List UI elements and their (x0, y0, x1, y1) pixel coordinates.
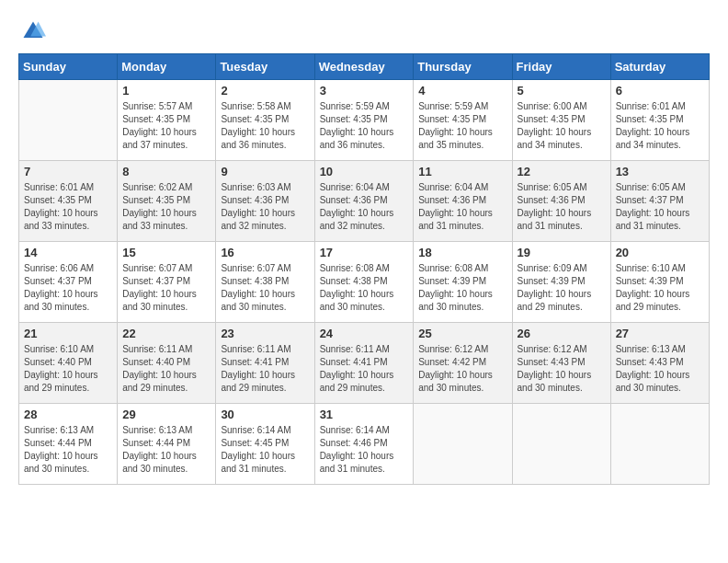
day-info: Sunrise: 6:13 AM Sunset: 4:43 PM Dayligh… (616, 343, 704, 395)
weekday-header-saturday: Saturday (610, 54, 709, 80)
day-number: 11 (418, 165, 506, 178)
page-header (18, 18, 710, 44)
calendar-cell: 24Sunrise: 6:11 AM Sunset: 4:41 PM Dayli… (314, 323, 414, 404)
calendar-cell: 30Sunrise: 6:14 AM Sunset: 4:45 PM Dayli… (216, 404, 314, 485)
weekday-header-friday: Friday (512, 54, 610, 80)
day-number: 20 (616, 246, 704, 259)
day-number: 14 (24, 246, 112, 259)
calendar-cell (512, 404, 610, 485)
day-number: 10 (320, 165, 409, 178)
day-number: 27 (616, 327, 704, 340)
day-info: Sunrise: 6:05 AM Sunset: 4:36 PM Dayligh… (518, 181, 606, 233)
calendar-cell: 27Sunrise: 6:13 AM Sunset: 4:43 PM Dayli… (610, 323, 709, 404)
calendar-cell: 28Sunrise: 6:13 AM Sunset: 4:44 PM Dayli… (19, 404, 118, 485)
calendar-header-row: SundayMondayTuesdayWednesdayThursdayFrid… (19, 54, 710, 80)
calendar-cell: 20Sunrise: 6:10 AM Sunset: 4:39 PM Dayli… (610, 242, 709, 323)
logo (18, 18, 50, 44)
day-info: Sunrise: 6:10 AM Sunset: 4:39 PM Dayligh… (616, 262, 704, 314)
calendar-cell: 6Sunrise: 6:01 AM Sunset: 4:35 PM Daylig… (610, 80, 709, 161)
weekday-header-wednesday: Wednesday (314, 54, 414, 80)
calendar-cell: 25Sunrise: 6:12 AM Sunset: 4:42 PM Dayli… (414, 323, 512, 404)
day-info: Sunrise: 6:13 AM Sunset: 4:44 PM Dayligh… (24, 424, 112, 476)
calendar-cell: 11Sunrise: 6:04 AM Sunset: 4:36 PM Dayli… (414, 161, 512, 242)
calendar-week-row: 7Sunrise: 6:01 AM Sunset: 4:35 PM Daylig… (19, 161, 710, 242)
calendar-cell (610, 404, 709, 485)
calendar-cell: 1Sunrise: 5:57 AM Sunset: 4:35 PM Daylig… (118, 80, 216, 161)
day-info: Sunrise: 6:04 AM Sunset: 4:36 PM Dayligh… (418, 181, 506, 233)
weekday-header-thursday: Thursday (414, 54, 512, 80)
day-number: 29 (122, 408, 210, 421)
day-number: 7 (24, 165, 112, 178)
calendar-cell: 29Sunrise: 6:13 AM Sunset: 4:44 PM Dayli… (118, 404, 216, 485)
calendar: SundayMondayTuesdayWednesdayThursdayFrid… (18, 53, 710, 485)
day-info: Sunrise: 5:57 AM Sunset: 4:35 PM Dayligh… (122, 100, 210, 152)
day-number: 12 (518, 165, 606, 178)
day-info: Sunrise: 6:04 AM Sunset: 4:36 PM Dayligh… (320, 181, 409, 233)
calendar-cell: 18Sunrise: 6:08 AM Sunset: 4:39 PM Dayli… (414, 242, 512, 323)
logo-icon (20, 18, 46, 44)
day-info: Sunrise: 6:07 AM Sunset: 4:38 PM Dayligh… (221, 262, 309, 314)
day-info: Sunrise: 6:11 AM Sunset: 4:41 PM Dayligh… (221, 343, 309, 395)
day-info: Sunrise: 6:01 AM Sunset: 4:35 PM Dayligh… (616, 100, 704, 152)
day-info: Sunrise: 6:07 AM Sunset: 4:37 PM Dayligh… (122, 262, 210, 314)
calendar-cell: 21Sunrise: 6:10 AM Sunset: 4:40 PM Dayli… (19, 323, 118, 404)
calendar-cell: 4Sunrise: 5:59 AM Sunset: 4:35 PM Daylig… (414, 80, 512, 161)
day-number: 5 (518, 84, 606, 98)
day-number: 3 (320, 84, 409, 98)
calendar-cell: 2Sunrise: 5:58 AM Sunset: 4:35 PM Daylig… (216, 80, 314, 161)
day-number: 30 (221, 408, 309, 421)
day-info: Sunrise: 6:11 AM Sunset: 4:40 PM Dayligh… (122, 343, 210, 395)
calendar-cell: 16Sunrise: 6:07 AM Sunset: 4:38 PM Dayli… (216, 242, 314, 323)
day-info: Sunrise: 6:00 AM Sunset: 4:35 PM Dayligh… (518, 100, 606, 152)
day-number: 16 (221, 246, 309, 259)
day-number: 24 (320, 327, 409, 340)
calendar-week-row: 21Sunrise: 6:10 AM Sunset: 4:40 PM Dayli… (19, 323, 710, 404)
day-number: 22 (122, 327, 210, 340)
calendar-cell: 14Sunrise: 6:06 AM Sunset: 4:37 PM Dayli… (19, 242, 118, 323)
day-info: Sunrise: 6:08 AM Sunset: 4:39 PM Dayligh… (418, 262, 506, 314)
calendar-cell: 31Sunrise: 6:14 AM Sunset: 4:46 PM Dayli… (314, 404, 414, 485)
calendar-cell: 5Sunrise: 6:00 AM Sunset: 4:35 PM Daylig… (512, 80, 610, 161)
day-info: Sunrise: 5:58 AM Sunset: 4:35 PM Dayligh… (221, 100, 309, 152)
calendar-cell: 22Sunrise: 6:11 AM Sunset: 4:40 PM Dayli… (118, 323, 216, 404)
day-number: 13 (616, 165, 704, 178)
calendar-cell: 9Sunrise: 6:03 AM Sunset: 4:36 PM Daylig… (216, 161, 314, 242)
calendar-cell: 3Sunrise: 5:59 AM Sunset: 4:35 PM Daylig… (314, 80, 414, 161)
calendar-week-row: 28Sunrise: 6:13 AM Sunset: 4:44 PM Dayli… (19, 404, 710, 485)
day-number: 1 (122, 84, 210, 98)
day-number: 4 (418, 84, 506, 98)
day-info: Sunrise: 5:59 AM Sunset: 4:35 PM Dayligh… (418, 100, 506, 152)
day-number: 17 (320, 246, 409, 259)
weekday-header-tuesday: Tuesday (216, 54, 314, 80)
calendar-cell: 19Sunrise: 6:09 AM Sunset: 4:39 PM Dayli… (512, 242, 610, 323)
day-info: Sunrise: 6:10 AM Sunset: 4:40 PM Dayligh… (24, 343, 112, 395)
day-info: Sunrise: 6:11 AM Sunset: 4:41 PM Dayligh… (320, 343, 409, 395)
day-number: 25 (418, 327, 506, 340)
day-info: Sunrise: 6:12 AM Sunset: 4:43 PM Dayligh… (518, 343, 606, 395)
weekday-header-sunday: Sunday (19, 54, 118, 80)
day-info: Sunrise: 6:14 AM Sunset: 4:46 PM Dayligh… (320, 424, 409, 476)
day-info: Sunrise: 5:59 AM Sunset: 4:35 PM Dayligh… (320, 100, 409, 152)
day-info: Sunrise: 6:13 AM Sunset: 4:44 PM Dayligh… (122, 424, 210, 476)
day-info: Sunrise: 6:14 AM Sunset: 4:45 PM Dayligh… (221, 424, 309, 476)
calendar-cell: 10Sunrise: 6:04 AM Sunset: 4:36 PM Dayli… (314, 161, 414, 242)
day-info: Sunrise: 6:02 AM Sunset: 4:35 PM Dayligh… (122, 181, 210, 233)
calendar-week-row: 1Sunrise: 5:57 AM Sunset: 4:35 PM Daylig… (19, 80, 710, 161)
day-info: Sunrise: 6:06 AM Sunset: 4:37 PM Dayligh… (24, 262, 112, 314)
calendar-cell: 15Sunrise: 6:07 AM Sunset: 4:37 PM Dayli… (118, 242, 216, 323)
day-number: 15 (122, 246, 210, 259)
calendar-cell: 23Sunrise: 6:11 AM Sunset: 4:41 PM Dayli… (216, 323, 314, 404)
calendar-cell (19, 80, 118, 161)
day-number: 9 (221, 165, 309, 178)
day-number: 6 (616, 84, 704, 98)
calendar-cell: 26Sunrise: 6:12 AM Sunset: 4:43 PM Dayli… (512, 323, 610, 404)
day-number: 26 (518, 327, 606, 340)
day-info: Sunrise: 6:05 AM Sunset: 4:37 PM Dayligh… (616, 181, 704, 233)
day-info: Sunrise: 6:08 AM Sunset: 4:38 PM Dayligh… (320, 262, 409, 314)
day-info: Sunrise: 6:09 AM Sunset: 4:39 PM Dayligh… (518, 262, 606, 314)
day-number: 21 (24, 327, 112, 340)
calendar-cell (414, 404, 512, 485)
calendar-week-row: 14Sunrise: 6:06 AM Sunset: 4:37 PM Dayli… (19, 242, 710, 323)
calendar-cell: 8Sunrise: 6:02 AM Sunset: 4:35 PM Daylig… (118, 161, 216, 242)
day-info: Sunrise: 6:01 AM Sunset: 4:35 PM Dayligh… (24, 181, 112, 233)
